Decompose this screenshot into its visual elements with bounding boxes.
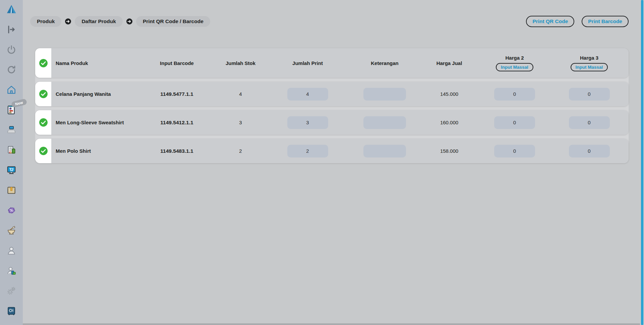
table-row: Celana Panjang Wanita 1149.5477.1.1 4 14… bbox=[35, 82, 629, 106]
product-name: Men Polo Shirt bbox=[51, 148, 137, 154]
stock-value: 4 bbox=[216, 91, 265, 97]
sidebar bbox=[0, 0, 23, 325]
harga-jual-value: 160.000 bbox=[419, 120, 479, 125]
keterangan-input[interactable] bbox=[363, 145, 406, 157]
supplier-icon[interactable] bbox=[6, 265, 17, 276]
main-content: Produk Daftar Produk Print QR Code / Bar… bbox=[23, 0, 644, 325]
column-header-nama-produk: Nama Produk bbox=[51, 60, 137, 66]
breadcrumb-produk[interactable]: Produk bbox=[30, 16, 61, 27]
product-print-table: Nama Produk Input Barcode Jumlah Stok Ju… bbox=[35, 48, 629, 163]
harga-3-input[interactable] bbox=[569, 145, 610, 157]
breadcrumb-arrow-icon bbox=[126, 18, 133, 25]
check-icon bbox=[39, 59, 48, 68]
print-barcode-button[interactable]: Print Barcode bbox=[582, 16, 629, 27]
harga-2-input[interactable] bbox=[494, 145, 535, 157]
stock-value: 3 bbox=[216, 120, 265, 125]
column-header-jumlah-print: Jumlah Print bbox=[265, 60, 350, 66]
discount-icon[interactable] bbox=[6, 205, 17, 216]
harga-3-input[interactable] bbox=[569, 116, 610, 129]
column-header-keterangan: Keterangan bbox=[350, 60, 419, 66]
keterangan-input[interactable] bbox=[363, 116, 406, 129]
product-name: Celana Panjang Wanita bbox=[51, 91, 137, 97]
print-qty-input[interactable] bbox=[287, 116, 328, 129]
table-header-row: Nama Produk Input Barcode Jumlah Stok Ju… bbox=[35, 48, 629, 78]
column-header-harga-jual: Harga Jual bbox=[419, 60, 479, 66]
prescription-icon[interactable] bbox=[6, 145, 17, 155]
harga-3-input[interactable] bbox=[569, 88, 610, 101]
check-icon bbox=[39, 89, 48, 99]
online-store-icon[interactable] bbox=[6, 165, 17, 176]
safe-icon[interactable] bbox=[6, 306, 17, 316]
harga-2-input[interactable] bbox=[494, 116, 535, 129]
header-actions: Print QR Code Print Barcode bbox=[526, 16, 629, 27]
stock-value: 2 bbox=[216, 148, 265, 154]
mortar-pestle-icon[interactable] bbox=[6, 225, 17, 236]
column-header-harga-2: Harga 2 Input Massal bbox=[479, 55, 550, 71]
home-icon[interactable] bbox=[6, 84, 17, 95]
customer-icon[interactable] bbox=[6, 245, 17, 256]
harga-jual-value: 145.000 bbox=[419, 91, 479, 97]
column-header-jumlah-stok: Jumlah Stok bbox=[216, 60, 265, 66]
package-icon[interactable] bbox=[6, 185, 17, 196]
input-massal-harga-3-button[interactable]: Input Massal bbox=[571, 63, 608, 71]
check-icon bbox=[39, 146, 48, 155]
toolbar: Produk Daftar Produk Print QR Code / Bar… bbox=[30, 16, 629, 27]
breadcrumb: Produk Daftar Produk Print QR Code / Bar… bbox=[30, 16, 210, 27]
table-row: Men Polo Shirt 1149.5483.1.1 2 158.000 bbox=[35, 139, 629, 163]
breadcrumb-print-qr-barcode[interactable]: Print QR Code / Barcode bbox=[136, 16, 210, 27]
product-barcode: 1149.5477.1.1 bbox=[137, 91, 216, 97]
harga-3-label: Harga 3 bbox=[580, 55, 598, 61]
vertical-scrollbar[interactable] bbox=[641, 0, 643, 325]
row-checkbox[interactable] bbox=[35, 82, 51, 106]
product-name: Men Long-Sleeve Sweatshirt bbox=[51, 120, 137, 125]
print-qty-input[interactable] bbox=[287, 145, 328, 157]
column-header-input-barcode: Input Barcode bbox=[137, 60, 216, 66]
breadcrumb-arrow-icon bbox=[65, 18, 71, 25]
table-row: Men Long-Sleeve Sweatshirt 1149.5412.1.1… bbox=[35, 110, 629, 135]
check-icon bbox=[39, 118, 48, 127]
column-header-harga-3: Harga 3 Input Massal bbox=[550, 55, 629, 71]
harga-2-input[interactable] bbox=[494, 88, 535, 101]
harga-jual-value: 158.000 bbox=[419, 148, 479, 154]
logout-icon[interactable] bbox=[6, 24, 17, 35]
print-qr-code-button[interactable]: Print QR Code bbox=[526, 16, 574, 27]
breadcrumb-daftar-produk[interactable]: Daftar Produk bbox=[75, 16, 123, 27]
horizontal-scrollbar[interactable] bbox=[23, 323, 640, 325]
row-checkbox[interactable] bbox=[35, 110, 51, 135]
print-qr-barcode-page: { "colors": { "accent_blue": "#1b93c4", … bbox=[0, 0, 644, 325]
print-qty-input[interactable] bbox=[287, 88, 328, 101]
row-checkbox[interactable] bbox=[35, 139, 51, 163]
settings-gears-icon[interactable] bbox=[6, 285, 17, 296]
app-logo-icon[interactable] bbox=[6, 4, 17, 15]
select-all-checkbox[interactable] bbox=[35, 48, 51, 78]
cashier-printer-icon[interactable] bbox=[6, 125, 17, 135]
harga-2-label: Harga 2 bbox=[505, 55, 524, 61]
input-massal-harga-2-button[interactable]: Input Massal bbox=[496, 63, 533, 71]
product-barcode: 1149.5483.1.1 bbox=[137, 148, 216, 154]
keterangan-input[interactable] bbox=[363, 88, 406, 101]
refresh-icon[interactable] bbox=[6, 64, 17, 75]
product-barcode: 1149.5412.1.1 bbox=[137, 120, 216, 126]
power-icon[interactable] bbox=[6, 44, 17, 55]
